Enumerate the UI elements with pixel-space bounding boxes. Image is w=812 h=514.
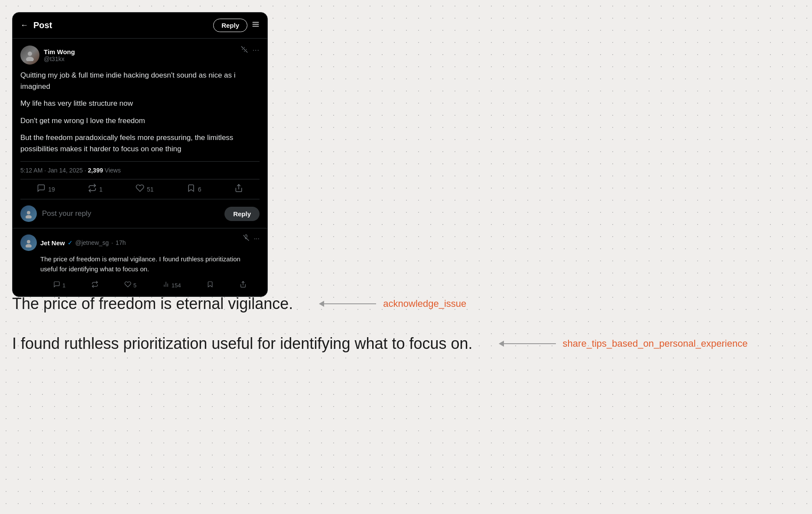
reply-placeholder-text[interactable]: Post your reply (42, 209, 219, 218)
svg-point-5 (26, 215, 32, 218)
header-reply-button[interactable]: Reply (213, 19, 247, 32)
header-left: ← Post (20, 20, 52, 30)
author-handle: @t31kx (44, 55, 75, 62)
tweet-line-3: Don't get me wrong I love the freedom (20, 115, 260, 127)
main-tweet: Tim Wong @t31kx ··· Quitting my job & fu… (13, 39, 267, 199)
reply-bookmark-button[interactable] (207, 281, 214, 290)
tweet-meta: 5:12 AM · Jan 14, 2025 · 2,399 Views (20, 161, 260, 179)
reply-views-icon (162, 281, 169, 290)
reply-tweet-body: The price of freedom is eternal vigilanc… (40, 254, 260, 274)
post-title: Post (33, 20, 52, 30)
arrow-line-2 (499, 341, 556, 347)
reply-author-info: Jet New ✓ @jetnew_sg · 17h (40, 239, 126, 247)
annotation-text-2: I found ruthless prioritization useful f… (12, 335, 473, 353)
like-button[interactable]: 51 (136, 184, 154, 195)
reply-mute-icon[interactable] (243, 234, 250, 243)
svg-line-8 (244, 235, 249, 241)
tweet-line-2: My life has very little structure now (20, 98, 260, 109)
reply-engagement-row: 1 (40, 278, 260, 290)
tweet-content: Quitting my job & full time indie hackin… (20, 70, 260, 154)
reply-time: 17h (116, 239, 126, 246)
reply-author-avatar (20, 234, 37, 251)
svg-point-1 (26, 57, 34, 61)
reply-tweet: Jet New ✓ @jetnew_sg · 17h ··· (13, 228, 267, 296)
reply-actions-right: ··· (243, 234, 260, 243)
tweet-views-label: Views (103, 167, 121, 174)
tweet-line-4: But the freedom paradoxically feels more… (20, 132, 260, 154)
dot-separator: · (111, 239, 113, 246)
share-button[interactable] (234, 184, 243, 195)
comment-count: 19 (48, 186, 55, 193)
card-header: ← Post Reply (13, 13, 267, 39)
author-info: Tim Wong @t31kx (44, 48, 75, 62)
arrow-line-1 (319, 301, 376, 307)
back-button[interactable]: ← (20, 21, 28, 30)
engagement-row: 19 1 51 (20, 179, 260, 199)
reply-views-count: 154 (172, 282, 181, 289)
retweet-button[interactable]: 1 (88, 184, 103, 195)
reply-retweet-icon (91, 281, 98, 290)
reply-comment-button[interactable]: 1 (53, 281, 65, 290)
heart-icon (136, 184, 144, 195)
annotation-row-1: The price of freedom is eternal vigilanc… (12, 295, 792, 313)
annotation-label-1: acknowledge_issue (383, 298, 466, 309)
reply-author-name: Jet New (40, 239, 65, 247)
reply-comment-count: 1 (62, 282, 65, 289)
comment-button[interactable]: 19 (37, 184, 55, 195)
tweet-author-left: Tim Wong @t31kx (20, 46, 75, 65)
reply-tweet-wrapper: Jet New ✓ @jetnew_sg · 17h ··· (13, 228, 267, 296)
tweet-actions-right: ··· (240, 46, 260, 55)
reply-heart-icon (124, 281, 131, 290)
reply-comment-icon (53, 281, 60, 290)
author-display-name: Tim Wong (44, 48, 75, 55)
arrow-head-1 (319, 301, 324, 307)
tweet-author-row: Tim Wong @t31kx ··· (20, 46, 260, 65)
reply-views-button[interactable]: 154 (162, 281, 181, 290)
reply-bookmark-icon (207, 281, 214, 290)
tweet-time: 5:12 AM · Jan 14, 2025 · (20, 167, 88, 174)
svg-point-6 (27, 240, 30, 244)
reply-author-handle: @jetnew_sg (75, 239, 109, 246)
reply-like-count: 5 (133, 282, 136, 289)
reply-tweet-header: Jet New ✓ @jetnew_sg · 17h ··· (20, 234, 260, 251)
share-icon (234, 184, 243, 195)
annotation-row-2: I found ruthless prioritization useful f… (12, 335, 792, 353)
svg-point-4 (27, 211, 30, 215)
arrow-shaft-2 (504, 343, 556, 344)
annotation-arrow-1: acknowledge_issue (319, 298, 466, 309)
tweet-line-1: Quitting my job & full time indie hackin… (20, 70, 260, 92)
reply-like-button[interactable]: 5 (124, 281, 136, 290)
tweet-views-count: 2,399 (88, 167, 103, 174)
like-count: 51 (147, 186, 154, 193)
more-icon[interactable]: ··· (253, 46, 260, 54)
annotation-section: The price of freedom is eternal vigilanc… (12, 295, 792, 374)
reply-share-button[interactable] (240, 281, 247, 290)
arrow-shaft-1 (324, 303, 376, 304)
reply-share-icon (240, 281, 247, 290)
annotation-text-1: The price of freedom is eternal vigilanc… (12, 295, 293, 313)
bookmark-count: 6 (198, 186, 201, 193)
twitter-post-card: ← Post Reply Tim Wong (12, 12, 268, 297)
comment-icon (37, 184, 45, 195)
reply-author-left: Jet New ✓ @jetnew_sg · 17h (20, 234, 126, 251)
bookmark-button[interactable]: 6 (187, 184, 201, 195)
annotation-label-2: share_tips_based_on_personal_experience (563, 338, 748, 349)
arrow-head-2 (499, 341, 504, 347)
annotation-arrow-2: share_tips_based_on_personal_experience (499, 338, 748, 349)
retweet-icon (88, 184, 97, 195)
mute-icon[interactable] (240, 46, 248, 55)
reply-retweet-button[interactable] (91, 281, 98, 290)
reply-inline-button[interactable]: Reply (224, 207, 260, 221)
author-avatar (20, 46, 39, 65)
header-settings-button[interactable] (252, 20, 260, 30)
verified-icon: ✓ (68, 239, 73, 246)
current-user-avatar (20, 205, 37, 222)
svg-point-0 (28, 52, 32, 56)
retweet-count: 1 (99, 186, 103, 193)
reply-input-row: Post your reply Reply (13, 199, 267, 228)
bookmark-icon (187, 184, 195, 195)
header-actions: Reply (213, 19, 260, 32)
reply-more-icon[interactable]: ··· (254, 235, 260, 243)
svg-point-7 (26, 244, 32, 247)
